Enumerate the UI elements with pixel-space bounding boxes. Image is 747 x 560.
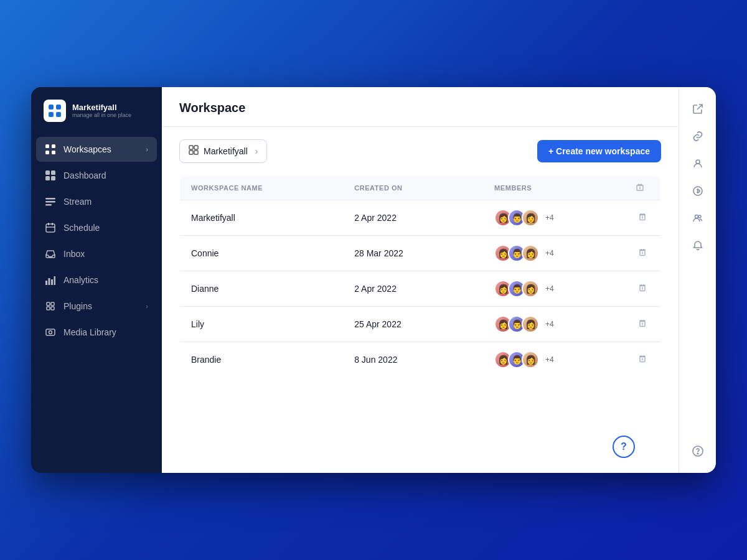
- col-header-created: CREATED ON: [343, 176, 483, 200]
- workspace-selector-icon: [189, 145, 199, 157]
- delete-workspace-button[interactable]: [636, 316, 649, 332]
- sidebar-item-plugins[interactable]: Plugins ›: [36, 294, 157, 319]
- avatar: 👩: [522, 245, 539, 262]
- bell-icon[interactable]: [686, 234, 710, 258]
- svg-rect-23: [47, 302, 50, 306]
- plugins-label: Plugins: [63, 301, 92, 311]
- svg-rect-8: [45, 170, 50, 175]
- workspace-name-cell: Connie: [180, 236, 344, 271]
- workspace-selector-arrow: ›: [255, 146, 258, 156]
- delete-workspace-button[interactable]: [636, 281, 649, 297]
- create-button-label: + Create new workspace: [548, 146, 650, 156]
- svg-point-64: [697, 453, 698, 454]
- svg-point-28: [49, 331, 52, 334]
- page-title: Workspace: [179, 101, 661, 115]
- sidebar-item-analytics[interactable]: Analytics: [36, 268, 157, 292]
- delete-workspace-button[interactable]: [636, 245, 649, 261]
- schedule-label: Schedule: [63, 223, 100, 233]
- svg-point-62: [698, 215, 701, 218]
- svg-rect-31: [189, 151, 193, 154]
- workspaces-label: Worksapces: [63, 144, 111, 154]
- col-header-delete: [624, 176, 661, 200]
- sidebar-item-workspaces[interactable]: Worksapces ›: [36, 137, 157, 162]
- help-icon[interactable]: [686, 439, 710, 463]
- dollar-icon[interactable]: [686, 179, 710, 203]
- workspace-name-cell: Marketifyall: [180, 200, 344, 236]
- sidebar-item-dashboard[interactable]: Dashboard: [36, 163, 157, 188]
- table-row: Lily25 Apr 2022👩👨👩+4: [180, 307, 661, 342]
- svg-rect-9: [51, 170, 55, 175]
- delete-workspace-button[interactable]: [636, 210, 649, 226]
- svg-point-58: [696, 160, 700, 164]
- sidebar-item-stream[interactable]: Stream: [36, 189, 157, 214]
- table-row: Connie28 Mar 2022👩👨👩+4: [180, 236, 661, 271]
- avatar: 👩: [522, 209, 539, 226]
- plugins-arrow: ›: [146, 302, 148, 310]
- workspace-members-cell: 👩👨👩+4: [483, 271, 624, 307]
- svg-rect-22: [54, 276, 56, 285]
- sidebar-item-inbox[interactable]: Inbox: [36, 241, 157, 266]
- svg-rect-0: [49, 105, 54, 110]
- svg-rect-2: [49, 112, 54, 117]
- workspace-delete-cell: [624, 236, 661, 271]
- sidebar: Marketifyall manage all in one place Wor…: [31, 87, 162, 473]
- content-body: Marketifyall › + Create new workspace WO…: [162, 127, 679, 473]
- content-area: Workspace Marketifyall: [162, 87, 679, 473]
- svg-rect-13: [45, 201, 55, 203]
- workspace-date-cell: 8 Jun 2022: [343, 342, 483, 378]
- svg-rect-6: [45, 151, 49, 154]
- workspace-selector[interactable]: Marketifyall ›: [179, 139, 267, 163]
- svg-rect-20: [49, 278, 50, 285]
- media-library-label: Media Library: [63, 327, 116, 337]
- member-count: +4: [545, 320, 554, 329]
- workspace-delete-cell: [624, 200, 661, 236]
- sidebar-item-schedule[interactable]: Schedule: [36, 215, 157, 240]
- link-icon[interactable]: [686, 124, 710, 148]
- svg-rect-21: [51, 279, 53, 285]
- workspace-members-cell: 👩👨👩+4: [483, 342, 624, 378]
- svg-rect-26: [51, 307, 54, 310]
- svg-rect-1: [56, 105, 61, 110]
- workspace-selector-label: Marketifyall: [204, 146, 248, 156]
- workspace-members-cell: 👩👨👩+4: [483, 236, 624, 271]
- group-icon[interactable]: [686, 207, 710, 230]
- inbox-icon: [45, 248, 56, 259]
- avatar: 👩: [522, 280, 539, 297]
- workspace-date-cell: 2 Apr 2022: [343, 271, 483, 307]
- content-wrapper: Workspace Marketifyall: [162, 87, 679, 473]
- svg-rect-19: [45, 281, 47, 285]
- member-count: +4: [545, 355, 554, 364]
- col-header-name: WORKSPACE NAME: [180, 176, 344, 200]
- svg-line-57: [697, 105, 702, 110]
- logo-subtitle: manage all in one place: [72, 112, 131, 119]
- analytics-label: Analytics: [63, 275, 98, 285]
- workspace-date-cell: 28 Mar 2022: [343, 236, 483, 271]
- media-library-icon: [45, 327, 56, 338]
- user-icon[interactable]: [686, 152, 710, 175]
- workspace-name-cell: Lily: [180, 307, 344, 342]
- sidebar-item-media-library[interactable]: Media Library: [36, 320, 157, 345]
- dashboard-icon: [45, 170, 56, 181]
- svg-rect-25: [47, 307, 50, 310]
- table-row: Dianne2 Apr 2022👩👨👩+4: [180, 271, 661, 307]
- plugins-icon: [45, 301, 56, 312]
- stream-label: Stream: [63, 197, 92, 207]
- svg-rect-4: [45, 144, 49, 148]
- member-count: +4: [545, 249, 554, 258]
- workspace-delete-cell: [624, 342, 661, 378]
- svg-rect-24: [51, 302, 54, 306]
- external-link-icon[interactable]: [686, 97, 710, 121]
- svg-rect-12: [45, 198, 55, 200]
- col-header-members: MEMBERS: [483, 176, 624, 200]
- logo-title: Marketifyall: [72, 103, 131, 113]
- svg-rect-15: [46, 224, 55, 232]
- workspace-name-cell: Dianne: [180, 271, 344, 307]
- delete-workspace-button[interactable]: [636, 352, 649, 368]
- svg-rect-32: [194, 151, 198, 154]
- sidebar-nav: Worksapces › Dashboard: [31, 137, 162, 473]
- logo-text: Marketifyall manage all in one place: [72, 103, 131, 119]
- help-button-float[interactable]: ?: [613, 436, 635, 458]
- workspaces-icon: [45, 144, 56, 155]
- create-workspace-button[interactable]: + Create new workspace: [537, 140, 661, 162]
- toolbar: Marketifyall › + Create new workspace: [179, 139, 661, 163]
